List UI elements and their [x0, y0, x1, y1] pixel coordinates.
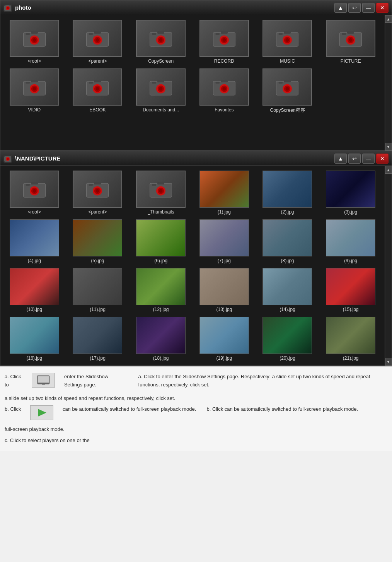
- file-item[interactable]: <parent>: [67, 169, 129, 216]
- file-label: (3).jpg: [344, 209, 357, 215]
- scrollbar-1[interactable]: ▲ ▼: [385, 15, 392, 150]
- file-item[interactable]: (7).jpg: [193, 218, 255, 265]
- svg-point-31: [222, 38, 226, 42]
- file-item[interactable]: (6).jpg: [130, 218, 192, 265]
- up-button-1[interactable]: ▲: [334, 3, 347, 13]
- file-label: _Thumbnails: [148, 209, 174, 215]
- svg-point-52: [32, 87, 36, 91]
- svg-rect-56: [89, 82, 93, 84]
- file-item[interactable]: (3).jpg: [320, 169, 382, 216]
- file-item[interactable]: _Thumbnails: [130, 169, 192, 216]
- file-label: (12).jpg: [153, 307, 169, 312]
- file-item[interactable]: (5).jpg: [67, 218, 129, 265]
- scrollbar-2[interactable]: ▲ ▼: [385, 166, 392, 366]
- scroll-track-2: [385, 174, 392, 358]
- file-label: <root>: [27, 58, 41, 64]
- file-label: (7).jpg: [218, 258, 231, 263]
- scroll-up-2[interactable]: ▲: [385, 166, 392, 174]
- svg-rect-46: [347, 31, 354, 34]
- file-item[interactable]: EBOOK: [67, 67, 129, 115]
- window-content-2: <root> <parent> _Thumbnails(1).jpg(2).jp…: [0, 166, 392, 366]
- svg-rect-14: [89, 33, 93, 35]
- svg-rect-70: [215, 82, 220, 84]
- scroll-track-1: [385, 23, 392, 143]
- file-label: (2).jpg: [281, 209, 294, 215]
- file-item[interactable]: (20).jpg: [257, 315, 319, 362]
- info-row-b: b. Click can be automatically switched t…: [5, 405, 387, 420]
- file-item[interactable]: (4).jpg: [3, 218, 65, 265]
- svg-rect-103: [152, 184, 157, 186]
- file-label: (4).jpg: [28, 258, 41, 263]
- file-item[interactable]: (17).jpg: [67, 315, 129, 362]
- file-grid-area-2: <root> <parent> _Thumbnails(1).jpg(2).jp…: [0, 166, 385, 366]
- file-item[interactable]: Favorites: [193, 67, 255, 115]
- file-item[interactable]: Documents and...: [130, 67, 192, 115]
- file-label: (11).jpg: [90, 307, 106, 312]
- title-text-2: \NAND\PICTURE: [15, 155, 334, 162]
- info-a-full: a. Click to enter the Slideshow Settings…: [138, 373, 387, 389]
- file-label: PICTURE: [341, 58, 361, 64]
- file-item[interactable]: (14).jpg: [257, 266, 319, 314]
- file-item[interactable]: CopyScreen: [130, 18, 192, 65]
- slideshow-icon-box[interactable]: [32, 373, 55, 388]
- file-item[interactable]: <parent>: [67, 18, 129, 65]
- file-item[interactable]: (13).jpg: [193, 266, 255, 314]
- svg-point-106: [159, 189, 163, 193]
- file-item[interactable]: <root>: [3, 169, 65, 216]
- file-item[interactable]: CopyScreen程序: [257, 67, 319, 115]
- svg-rect-111: [42, 384, 45, 385]
- file-item[interactable]: RECORD: [193, 18, 255, 65]
- scroll-up-1[interactable]: ▲: [385, 15, 392, 23]
- svg-rect-93: [31, 182, 38, 184]
- file-grid-area-1: <root> <parent> CopyScreen RECORD MUSIC: [0, 15, 385, 150]
- close-button-2[interactable]: ✕: [376, 154, 389, 164]
- file-label: MUSIC: [280, 58, 295, 64]
- file-item[interactable]: (1).jpg: [193, 169, 255, 216]
- svg-rect-11: [31, 31, 38, 34]
- file-item[interactable]: (10).jpg: [3, 266, 65, 314]
- svg-rect-107: [157, 182, 164, 184]
- file-label: (15).jpg: [343, 307, 359, 312]
- file-item[interactable]: (2).jpg: [257, 169, 319, 216]
- file-label: (21).jpg: [343, 355, 359, 361]
- app-icon-1: [3, 3, 12, 12]
- file-item[interactable]: (12).jpg: [130, 266, 192, 314]
- file-item[interactable]: (9).jpg: [320, 218, 382, 265]
- file-item[interactable]: (16).jpg: [3, 315, 65, 362]
- title-bar-2: \NAND\PICTURE ▲ ↩ — ✕: [0, 151, 392, 166]
- file-item[interactable]: (15).jpg: [320, 266, 382, 314]
- file-label: (18).jpg: [153, 355, 169, 361]
- minimize-button-2[interactable]: —: [362, 154, 375, 164]
- file-item[interactable]: (8).jpg: [257, 218, 319, 265]
- close-button-1[interactable]: ✕: [376, 3, 389, 13]
- file-item[interactable]: VIDIO: [3, 67, 65, 115]
- title-bar-1: photo ▲ ↩ — ✕: [0, 0, 392, 15]
- file-label: Favorites: [215, 107, 233, 113]
- back-button-2[interactable]: ↩: [348, 154, 361, 164]
- scroll-down-2[interactable]: ▼: [385, 358, 392, 366]
- svg-rect-28: [215, 33, 220, 35]
- file-label: (5).jpg: [91, 258, 104, 263]
- svg-rect-42: [342, 33, 346, 35]
- file-label: (16).jpg: [26, 355, 42, 361]
- file-item[interactable]: MUSIC: [257, 18, 319, 65]
- back-button-1[interactable]: ↩: [348, 3, 361, 13]
- file-item[interactable]: (21).jpg: [320, 315, 382, 362]
- file-label: (19).jpg: [216, 355, 232, 361]
- title-text-1: photo: [15, 4, 334, 11]
- file-item[interactable]: <root>: [3, 18, 65, 65]
- scroll-down-1[interactable]: ▼: [385, 143, 392, 150]
- file-item[interactable]: (11).jpg: [67, 266, 129, 314]
- info-b-prefix: b. Click: [5, 405, 21, 413]
- file-item[interactable]: PICTURE: [320, 18, 382, 65]
- minimize-button-1[interactable]: —: [362, 3, 375, 13]
- play-icon-box[interactable]: [30, 405, 53, 420]
- info-a-detail: a slide set up two kinds of speed and re…: [5, 395, 387, 403]
- file-item[interactable]: (19).jpg: [193, 315, 255, 362]
- up-button-2[interactable]: ▲: [334, 154, 347, 164]
- file-item[interactable]: (18).jpg: [130, 315, 192, 362]
- svg-rect-60: [94, 80, 101, 82]
- svg-point-66: [159, 87, 163, 91]
- svg-rect-67: [157, 80, 164, 82]
- file-label: (1).jpg: [218, 209, 231, 215]
